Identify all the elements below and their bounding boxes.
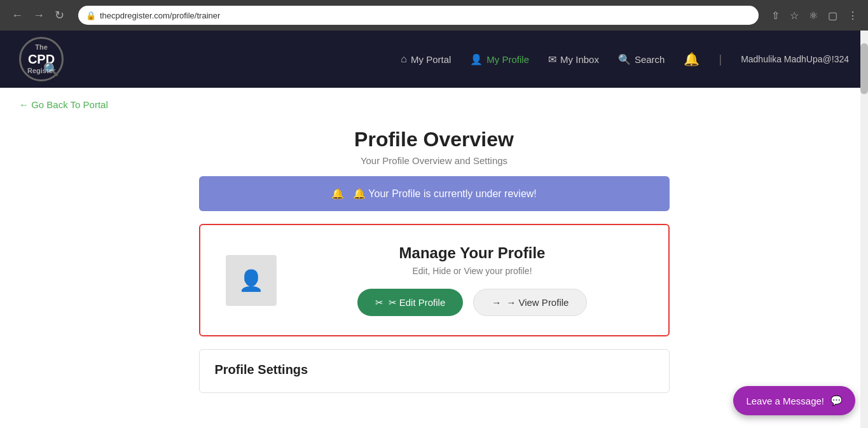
- page-content: ← Go Back To Portal Profile Overview You…: [0, 88, 868, 428]
- home-icon: ⌂: [401, 53, 407, 65]
- page-title: Profile Overview: [199, 128, 670, 151]
- inbox-icon: ✉: [548, 53, 556, 66]
- navbar: The CPD Register 🔍 ⌂ My Portal 👤 My Prof…: [0, 31, 868, 88]
- chat-icon: 💬: [830, 395, 843, 406]
- nav-my-portal[interactable]: ⌂ My Portal: [401, 53, 451, 65]
- profile-card-buttons: ✂ ✂ Edit Profile → → View Profile: [302, 289, 643, 316]
- nav-username: Madhulika MadhUpa@!324: [741, 54, 849, 64]
- leave-message-button[interactable]: Leave a Message! 💬: [733, 386, 855, 415]
- page-title-section: Profile Overview Your Profile Overview a…: [199, 115, 670, 176]
- url-text: thecpdregister.com/profile/trainer: [100, 11, 220, 20]
- address-bar[interactable]: 🔒 thecpdregister.com/profile/trainer: [78, 6, 759, 25]
- avatar-placeholder: 👤: [226, 255, 277, 306]
- profile-icon: 👤: [470, 53, 483, 66]
- manage-profile-card: 👤 Manage Your Profile Edit, Hide or View…: [199, 224, 670, 336]
- logo: The CPD Register 🔍: [19, 37, 64, 81]
- edit-icon: ✂: [375, 297, 383, 308]
- avatar-icon: 👤: [238, 268, 264, 293]
- alert-text: 🔔 Your Profile is currently under review…: [353, 188, 537, 200]
- menu-icon[interactable]: ⋮: [845, 8, 860, 23]
- nav-links: ⌂ My Portal 👤 My Profile ✉ My Inbox 🔍 Se…: [401, 52, 849, 67]
- logo-area: The CPD Register 🔍: [19, 37, 64, 81]
- nav-my-inbox[interactable]: ✉ My Inbox: [548, 53, 599, 66]
- edit-profile-button[interactable]: ✂ ✂ Edit Profile: [357, 289, 464, 316]
- nav-my-profile[interactable]: 👤 My Profile: [470, 53, 529, 66]
- go-back-text: ← Go Back To Portal: [19, 99, 108, 110]
- page-subtitle: Your Profile Overview and Settings: [199, 155, 670, 166]
- manage-title: Manage Your Profile: [302, 244, 643, 262]
- profile-card-content: Manage Your Profile Edit, Hide or View y…: [302, 244, 643, 316]
- browser-nav-buttons: ← → ↻: [8, 7, 68, 24]
- go-back-link[interactable]: ← Go Back To Portal: [0, 88, 127, 115]
- back-button[interactable]: ←: [8, 8, 27, 24]
- nav-search-label: Search: [635, 54, 665, 65]
- page-center: Profile Overview Your Profile Overview a…: [186, 115, 682, 393]
- profile-settings-title: Profile Settings: [215, 362, 654, 377]
- nav-my-inbox-label: My Inbox: [560, 54, 599, 65]
- notification-bell[interactable]: 🔔: [684, 52, 699, 67]
- manage-subtitle: Edit, Hide or View your profile!: [302, 266, 643, 276]
- bookmark-icon[interactable]: ☆: [787, 8, 801, 23]
- bell-icon: 🔔: [684, 52, 699, 66]
- refresh-button[interactable]: ↻: [51, 7, 68, 24]
- profile-card-inner: 👤 Manage Your Profile Edit, Hide or View…: [226, 244, 643, 316]
- browser-chrome: ← → ↻ 🔒 thecpdregister.com/profile/train…: [0, 0, 868, 31]
- browser-actions: ⇧ ☆ ⚛ ▢ ⋮: [769, 8, 860, 23]
- nav-my-portal-label: My Portal: [411, 54, 451, 65]
- profile-settings-section: Profile Settings: [199, 349, 670, 393]
- leave-message-label: Leave a Message!: [746, 396, 824, 406]
- extensions-icon[interactable]: ⚛: [806, 8, 820, 23]
- forward-button[interactable]: →: [29, 8, 48, 24]
- nav-my-profile-label: My Profile: [486, 54, 529, 65]
- arrow-icon: →: [492, 297, 501, 308]
- alert-bell-icon: 🔔: [331, 188, 344, 200]
- edit-profile-label: ✂ Edit Profile: [389, 297, 446, 308]
- search-icon: 🔍: [618, 53, 631, 66]
- lock-icon: 🔒: [86, 11, 96, 20]
- view-profile-button[interactable]: → → View Profile: [473, 289, 587, 316]
- alert-banner: 🔔 🔔 Your Profile is currently under revi…: [199, 176, 670, 211]
- scrollbar-thumb[interactable]: [860, 43, 868, 94]
- share-icon[interactable]: ⇧: [769, 8, 782, 23]
- view-profile-label: → View Profile: [506, 297, 568, 308]
- nav-search[interactable]: 🔍 Search: [618, 53, 665, 66]
- nav-separator: |: [719, 53, 722, 66]
- magnifier-icon: 🔍: [43, 62, 59, 77]
- scrollbar[interactable]: [860, 31, 868, 428]
- window-icon[interactable]: ▢: [825, 8, 840, 23]
- logo-top: The: [27, 43, 55, 52]
